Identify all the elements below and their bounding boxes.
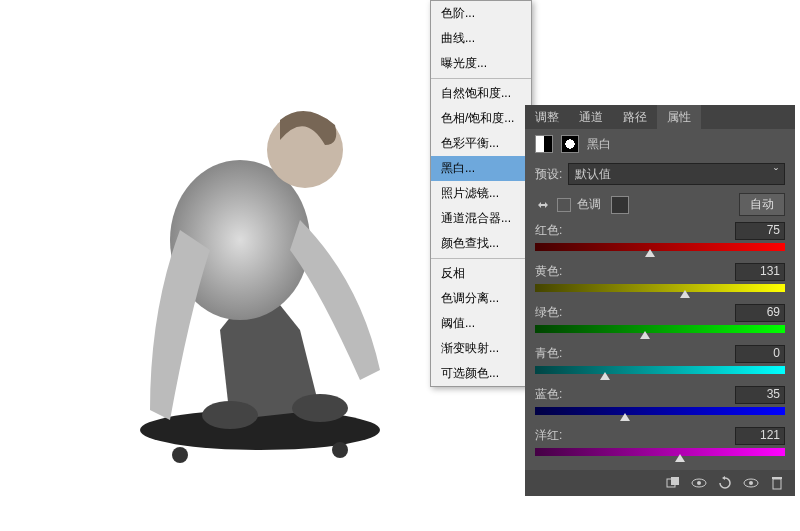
svg-rect-13 xyxy=(773,479,781,489)
svg-point-6 xyxy=(292,394,348,422)
menu-item[interactable]: 照片滤镜... xyxy=(431,181,531,206)
slider-value[interactable]: 75 xyxy=(735,222,785,240)
bw-icon xyxy=(535,135,553,153)
reset-icon[interactable] xyxy=(717,476,733,490)
svg-rect-14 xyxy=(772,477,782,479)
visibility-icon[interactable] xyxy=(691,476,707,490)
tint-swatch[interactable] xyxy=(611,196,629,214)
trash-icon[interactable] xyxy=(769,476,785,490)
slider-label: 洋红: xyxy=(535,427,562,445)
menu-item[interactable]: 自然饱和度... xyxy=(431,81,531,106)
menu-item[interactable]: 曲线... xyxy=(431,26,531,51)
slider-thumb[interactable] xyxy=(600,372,610,380)
menu-item[interactable]: 色彩平衡... xyxy=(431,131,531,156)
svg-point-12 xyxy=(749,481,753,485)
slider-黄色:: 黄色:131 xyxy=(525,261,795,302)
menu-item[interactable]: 可选颜色... xyxy=(431,361,531,386)
tab-通道[interactable]: 通道 xyxy=(569,105,613,129)
slider-thumb[interactable] xyxy=(640,331,650,339)
slider-track[interactable] xyxy=(535,243,785,251)
slider-value[interactable]: 131 xyxy=(735,263,785,281)
slider-value[interactable]: 35 xyxy=(735,386,785,404)
slider-thumb[interactable] xyxy=(675,454,685,462)
menu-item[interactable]: 色相/饱和度... xyxy=(431,106,531,131)
panel-footer xyxy=(525,470,795,496)
slider-label: 红色: xyxy=(535,222,562,240)
menu-item[interactable]: 色阶... xyxy=(431,1,531,26)
slider-track[interactable] xyxy=(535,325,785,333)
svg-point-1 xyxy=(172,447,188,463)
slider-红色:: 红色:75 xyxy=(525,220,795,261)
clip-icon[interactable] xyxy=(665,476,681,490)
slider-track[interactable] xyxy=(535,448,785,456)
slider-label: 绿色: xyxy=(535,304,562,322)
slider-label: 黄色: xyxy=(535,263,562,281)
properties-panel: 调整通道路径属性 黑白 预设: 默认值 ˇ 色调 自动 红色:75黄色:131绿… xyxy=(525,105,795,496)
chevron-down-icon: ˇ xyxy=(774,167,778,181)
slider-洋红:: 洋红:121 xyxy=(525,425,795,466)
svg-point-5 xyxy=(202,401,258,429)
slider-value[interactable]: 69 xyxy=(735,304,785,322)
tab-调整[interactable]: 调整 xyxy=(525,105,569,129)
slider-value[interactable]: 121 xyxy=(735,427,785,445)
slider-thumb[interactable] xyxy=(645,249,655,257)
tab-属性[interactable]: 属性 xyxy=(657,105,701,129)
menu-item[interactable]: 曝光度... xyxy=(431,51,531,76)
tint-checkbox[interactable] xyxy=(557,198,571,212)
slider-label: 蓝色: xyxy=(535,386,562,404)
svg-point-2 xyxy=(332,442,348,458)
adjustments-menu: 色阶...曲线...曝光度...自然饱和度...色相/饱和度...色彩平衡...… xyxy=(430,0,532,387)
slider-thumb[interactable] xyxy=(620,413,630,421)
slider-蓝色:: 蓝色:35 xyxy=(525,384,795,425)
menu-item[interactable]: 阈值... xyxy=(431,311,531,336)
slider-绿色:: 绿色:69 xyxy=(525,302,795,343)
menu-item[interactable]: 反相 xyxy=(431,261,531,286)
slider-track[interactable] xyxy=(535,407,785,415)
svg-point-10 xyxy=(697,481,701,485)
menu-item[interactable]: 颜色查找... xyxy=(431,231,531,256)
slider-track[interactable] xyxy=(535,366,785,374)
tab-路径[interactable]: 路径 xyxy=(613,105,657,129)
slider-label: 青色: xyxy=(535,345,562,363)
hand-icon[interactable] xyxy=(535,197,551,213)
mask-icon xyxy=(561,135,579,153)
menu-item[interactable]: 通道混合器... xyxy=(431,206,531,231)
visibility-toggle-icon[interactable] xyxy=(743,476,759,490)
auto-button[interactable]: 自动 xyxy=(739,193,785,216)
preset-label: 预设: xyxy=(535,166,562,183)
slider-track[interactable] xyxy=(535,284,785,292)
preset-dropdown[interactable]: 默认值 ˇ xyxy=(568,163,785,185)
menu-item[interactable]: 黑白... xyxy=(431,156,531,181)
panel-title: 黑白 xyxy=(587,136,611,153)
canvas-image xyxy=(30,50,450,500)
svg-rect-8 xyxy=(671,477,679,485)
menu-item[interactable]: 色调分离... xyxy=(431,286,531,311)
preset-value: 默认值 xyxy=(575,166,611,183)
panel-tabs: 调整通道路径属性 xyxy=(525,105,795,129)
slider-青色:: 青色:0 xyxy=(525,343,795,384)
slider-thumb[interactable] xyxy=(680,290,690,298)
slider-value[interactable]: 0 xyxy=(735,345,785,363)
menu-item[interactable]: 渐变映射... xyxy=(431,336,531,361)
tint-label: 色调 xyxy=(577,196,601,213)
